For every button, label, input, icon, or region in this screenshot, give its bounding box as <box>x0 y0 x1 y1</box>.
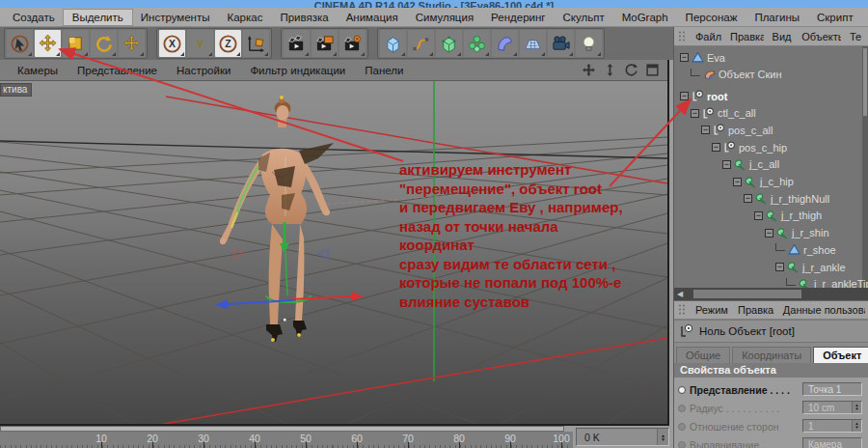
light-icon[interactable] <box>576 30 602 57</box>
expand-toggle-icon[interactable]: − <box>680 92 689 100</box>
om-menu-правка[interactable]: Правка <box>723 29 764 44</box>
move-tool-icon[interactable] <box>35 30 61 57</box>
x-lock-icon[interactable]: X <box>159 30 185 57</box>
om-menu-объекты[interactable]: Объекты <box>795 29 841 44</box>
expand-toggle-icon[interactable]: − <box>701 126 710 134</box>
expand-toggle-icon[interactable]: − <box>754 211 763 220</box>
scale-tool-icon[interactable] <box>63 30 89 57</box>
menu-item-симуляция[interactable]: Симуляция <box>407 10 482 25</box>
environment-icon[interactable] <box>520 30 546 57</box>
tree-item-j-c-all[interactable]: −j_c_all <box>722 157 779 172</box>
value-dropdown[interactable]: Точка 1 <box>802 382 862 396</box>
viewport-menu-фильтр-индикации[interactable]: Фильтр индикации <box>240 63 355 78</box>
am-menu-данные-пользоват[interactable]: Данные пользоват <box>776 302 865 318</box>
object-tree[interactable]: −EvaОбъект Скин−root−ctl_c_all−pos_c_all… <box>674 46 868 288</box>
tree-item-ctl-c-all[interactable]: −ctl_c_all <box>691 106 756 121</box>
viewport-menu-представление[interactable]: Представление <box>68 63 167 78</box>
stepper-arrows-icon[interactable]: ▲▼ <box>852 402 861 413</box>
tab-координаты[interactable]: Координаты <box>732 347 811 363</box>
tree-item-r-shoe[interactable]: r_shoe <box>775 242 836 257</box>
pan-icon[interactable] <box>582 63 596 77</box>
am-menu-режим[interactable]: Режим <box>689 302 729 318</box>
menu-item-создать[interactable]: Создать <box>4 10 64 25</box>
radio-button[interactable] <box>678 405 686 412</box>
attribute-section-header: Свойства объекта <box>674 363 868 378</box>
frame-stepper-icon[interactable]: ▲▼ <box>657 429 668 445</box>
frame-counter[interactable]: 0 K ▲▼ <box>576 428 669 446</box>
tree-item-j-r-thighnull[interactable]: −j_r_thighNull <box>744 191 829 206</box>
mograph-icon[interactable] <box>464 30 490 57</box>
select-tool-icon[interactable] <box>7 30 33 57</box>
expand-toggle-icon[interactable]: − <box>712 143 720 152</box>
value-stepper[interactable]: 1▲▼ <box>802 419 862 433</box>
z-lock-icon[interactable]: Z <box>215 30 241 57</box>
menu-item-плагины[interactable]: Плагины <box>746 10 808 25</box>
tree-item-j-r-thigh[interactable]: −j_r_thigh <box>754 209 822 223</box>
radio-button[interactable] <box>678 441 686 448</box>
render-picture-icon[interactable] <box>312 30 338 57</box>
primitive-cube-icon[interactable] <box>380 30 406 57</box>
tree-item-pos-c-all[interactable]: −pos_c_all <box>701 123 773 137</box>
radio-button[interactable] <box>678 423 686 431</box>
y-lock-icon[interactable]: Y <box>187 30 213 57</box>
expand-toggle-icon[interactable]: − <box>775 263 784 271</box>
orbit-icon[interactable] <box>624 63 638 77</box>
tree-item-eva[interactable]: −Eva <box>680 50 725 65</box>
rotate-tool-icon[interactable] <box>91 30 117 57</box>
scrollbar-thumb[interactable] <box>693 290 801 298</box>
menu-item-скрипт[interactable]: Скрипт <box>808 10 862 25</box>
tree-item-pos-c-hip[interactable]: −pos_c_hip <box>712 140 787 154</box>
menu-item-скульпт[interactable]: Скульпт <box>555 10 613 25</box>
timeline-ruler[interactable]: 102030405060708090100 <box>0 432 573 448</box>
tree-horizontal-scrollbar[interactable]: ◀ <box>674 288 868 300</box>
tab-объект[interactable]: Объект <box>813 347 868 363</box>
deformer-icon[interactable] <box>492 30 518 57</box>
stepper-arrows-icon[interactable]: ▲▼ <box>852 420 861 432</box>
tree-item-j-r-ankle[interactable]: −j_r_ankle <box>775 260 846 274</box>
menu-item-mograph[interactable]: MoGraph <box>613 10 677 25</box>
tree-item-объект-скин[interactable]: Объект Скин <box>691 68 782 82</box>
menu-item-инструменты[interactable]: Инструменты <box>132 10 219 25</box>
menu-item-анимация[interactable]: Анимация <box>338 10 407 25</box>
viewport-canvas[interactable]: ктива активируем инструмент"перемещение"… <box>0 81 667 424</box>
tab-общие[interactable]: Общие <box>676 347 730 363</box>
scroll-left-arrow-icon[interactable]: ◀ <box>674 290 686 298</box>
expand-toggle-icon[interactable]: − <box>765 229 773 238</box>
render-view-icon[interactable] <box>284 30 310 57</box>
menu-item-персонаж[interactable]: Персонаж <box>677 10 746 25</box>
tree-item-root[interactable]: −root <box>680 89 727 103</box>
value-dropdown[interactable]: Камера <box>802 437 862 448</box>
tree-item-j-r-shin[interactable]: −j_r_shin <box>765 226 829 240</box>
maximize-icon[interactable] <box>645 63 660 77</box>
render-settings-icon[interactable] <box>339 30 366 57</box>
coords-icon[interactable] <box>243 30 269 57</box>
last-tool-icon[interactable] <box>119 30 145 57</box>
radio-button[interactable] <box>678 386 686 394</box>
menu-item-выделить[interactable]: Выделить <box>64 10 132 25</box>
camera-icon[interactable] <box>548 30 574 57</box>
tree-item-j-r-ankletip[interactable]: j_r_ankleTip <box>786 277 868 288</box>
viewport-menu-панели[interactable]: Панели <box>355 63 413 78</box>
tree-vertical-scrollbar[interactable] <box>862 46 868 288</box>
menu-item-окно[interactable]: Окно <box>862 10 868 25</box>
expand-toggle-icon[interactable]: − <box>722 160 731 169</box>
window-titlebar[interactable]: CINEMA 4D R14.042 Studio - [3Eva86-100.c… <box>0 0 868 8</box>
om-menu-файл[interactable]: Файл <box>689 29 721 44</box>
expand-toggle-icon[interactable]: − <box>691 109 699 118</box>
spline-icon[interactable] <box>408 30 434 57</box>
tree-item-j-c-hip[interactable]: −j_c_hip <box>733 175 794 189</box>
om-menu-те[interactable]: Те <box>843 29 865 44</box>
viewport-menu-камеры[interactable]: Камеры <box>8 63 68 78</box>
om-menu-вид[interactable]: Вид <box>766 29 794 44</box>
menu-item-привязка[interactable]: Привязка <box>271 10 337 25</box>
value-stepper[interactable]: 10 cm▲▼ <box>802 401 862 414</box>
expand-toggle-icon[interactable]: − <box>680 53 689 62</box>
viewport-menu-настройки[interactable]: Настройки <box>167 63 240 78</box>
expand-toggle-icon[interactable]: − <box>744 194 752 203</box>
dolly-icon[interactable] <box>603 63 617 77</box>
am-menu-правка[interactable]: Правка <box>731 302 774 318</box>
menu-item-каркас[interactable]: Каркас <box>219 10 272 25</box>
generator-cube-icon[interactable] <box>436 30 462 57</box>
expand-toggle-icon[interactable]: − <box>733 178 742 186</box>
menu-item-рендеринг[interactable]: Рендеринг <box>482 10 554 25</box>
